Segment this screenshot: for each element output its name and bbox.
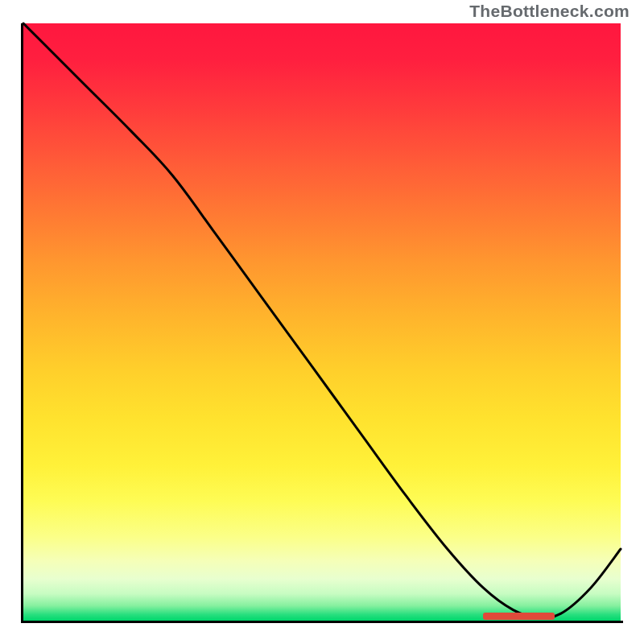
x-axis-line	[21, 621, 623, 623]
bottleneck-curve	[23, 23, 621, 621]
region-marker	[483, 613, 555, 620]
attribution-text: TheBottleneck.com	[469, 2, 630, 21]
curve-path	[23, 23, 621, 617]
plot-area	[23, 23, 621, 621]
y-axis-line	[21, 23, 23, 623]
chart-stage: TheBottleneck.com	[0, 0, 644, 644]
